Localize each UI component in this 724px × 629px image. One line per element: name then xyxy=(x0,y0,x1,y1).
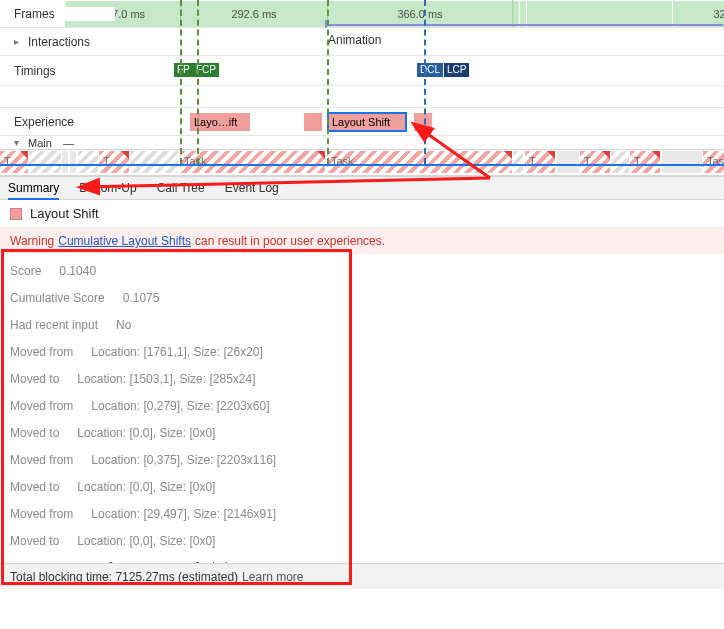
track-timings[interactable]: Timings FP FCP DCL LCP xyxy=(0,56,724,86)
long-task-icon xyxy=(602,151,610,159)
layout-shift-block-small[interactable] xyxy=(304,113,322,131)
detail-value: No xyxy=(116,318,131,332)
detail-label: Moved from xyxy=(10,345,73,359)
detail-row: Moved toLocation: [0,0], Size: [0x0] xyxy=(10,426,714,440)
timeline-panel[interactable]: Frames 467.0 ms 292.6 ms 366.0 ms 328.4 xyxy=(0,0,724,176)
task-block[interactable] xyxy=(29,151,61,173)
track-label-main: ▾Main — xyxy=(0,137,115,149)
frame-tick xyxy=(544,4,549,14)
frame-tick xyxy=(587,4,592,14)
panel-top-border xyxy=(0,164,724,166)
warning-row: Warning Cumulative Layout Shifts can res… xyxy=(0,228,724,254)
track-experience[interactable]: Experience Layo…ift Layout Shift xyxy=(0,108,724,136)
warning-rest: can result in poor user experiences. xyxy=(195,234,385,248)
detail-row: Moved fromLocation: [0,375], Size: [2203… xyxy=(10,453,714,467)
task-block[interactable]: T… xyxy=(630,151,660,173)
task-block[interactable] xyxy=(513,151,523,173)
detail-label: Moved from xyxy=(10,399,73,413)
tab-event-log[interactable]: Event Log xyxy=(225,177,279,199)
task-block[interactable] xyxy=(78,151,98,173)
badge-lcp[interactable]: LCP xyxy=(444,63,469,77)
long-task-icon xyxy=(504,151,512,159)
detail-value: Location: [1503,1], Size: [285x24] xyxy=(77,372,255,386)
task-block[interactable]: T… xyxy=(525,151,555,173)
detail-label: Score xyxy=(10,264,41,278)
footer-learn-more-link[interactable]: Learn more xyxy=(242,570,303,584)
task-block[interactable]: Task xyxy=(327,151,512,173)
main-text: Main xyxy=(28,137,52,149)
task-block[interactable] xyxy=(557,151,579,173)
detail-value: Location: [0,0], Size: [0x0] xyxy=(77,480,215,494)
track-main-tasks[interactable]: T… T… Task Task T… T… T… Task xyxy=(0,150,724,176)
track-spacer xyxy=(0,86,724,108)
task-block[interactable]: Task xyxy=(180,151,325,173)
detail-value: 0.1040 xyxy=(59,264,96,278)
detail-value: Location: [0,0], Size: [0x0] xyxy=(77,426,215,440)
detail-value: Location: [1761,1], Size: [26x20] xyxy=(91,345,262,359)
badge-fcp[interactable]: FCP xyxy=(193,63,219,77)
tab-call-tree[interactable]: Call Tree xyxy=(157,177,205,199)
detail-value: Location: [0,279], Size: [2203x60] xyxy=(91,399,269,413)
detail-row: Moved toLocation: [0,0], Size: [0x0] xyxy=(10,480,714,494)
detail-row: Moved toLocation: [1503,1], Size: [285x2… xyxy=(10,372,714,386)
detail-row: Moved toLocation: [0,0], Size: [0x0] xyxy=(10,534,714,548)
frame-tick xyxy=(595,4,600,14)
event-header: Layout Shift xyxy=(0,200,724,228)
task-block[interactable] xyxy=(662,151,702,173)
badge-fp[interactable]: FP xyxy=(174,63,193,77)
chevron-down-icon[interactable]: ▾ xyxy=(14,137,24,148)
detail-label: Had recent input xyxy=(10,318,98,332)
long-task-icon xyxy=(20,151,28,159)
long-task-icon xyxy=(652,151,660,159)
detail-label: Moved to xyxy=(10,480,59,494)
frame-tick xyxy=(641,4,663,14)
detail-row: Score0.1040 xyxy=(10,264,714,278)
layout-shift-block-trail[interactable] xyxy=(414,113,432,131)
layout-shift-block-1[interactable]: Layo…ift xyxy=(190,113,250,131)
task-block[interactable] xyxy=(130,151,178,173)
interaction-span[interactable] xyxy=(325,24,723,26)
detail-label: Moved to xyxy=(10,372,59,386)
track-label-experience: Experience xyxy=(0,115,115,129)
detail-label: Moved to xyxy=(10,426,59,440)
footer-text: Total blocking time: 7125.27ms (estimate… xyxy=(10,570,238,584)
footer-status: Total blocking time: 7125.27ms (estimate… xyxy=(0,563,724,589)
task-block[interactable]: Task xyxy=(703,151,724,173)
warning-link[interactable]: Cumulative Layout Shifts xyxy=(58,234,191,248)
detail-label: Moved to xyxy=(10,534,59,548)
frame-block-2[interactable]: 292.6 ms xyxy=(181,1,327,27)
task-block[interactable] xyxy=(611,151,629,173)
frame-tick xyxy=(528,4,533,14)
task-block[interactable]: T… xyxy=(580,151,610,173)
event-color-swatch xyxy=(10,208,22,220)
badge-dcl[interactable]: DCL xyxy=(417,63,443,77)
task-block[interactable] xyxy=(70,151,76,173)
track-main-header[interactable]: ▾Main — xyxy=(0,136,724,150)
frame-tick xyxy=(560,4,565,14)
chevron-right-icon[interactable]: ▸ xyxy=(14,36,24,47)
detail-value: Location: [29,497], Size: [2146x91] xyxy=(91,507,276,521)
event-title: Layout Shift xyxy=(30,206,99,221)
task-block[interactable]: T… xyxy=(0,151,28,173)
tab-summary[interactable]: Summary xyxy=(8,177,59,199)
warning-prefix: Warning xyxy=(10,234,54,248)
animation-label[interactable]: Animation xyxy=(328,33,381,47)
frame-tick xyxy=(552,4,557,14)
frame-tick xyxy=(615,4,637,14)
long-task-icon xyxy=(121,151,129,159)
detail-row: Moved fromLocation: [0,279], Size: [2203… xyxy=(10,399,714,413)
track-interactions[interactable]: ▸Interactions Animation xyxy=(0,28,724,56)
task-block[interactable]: T… xyxy=(99,151,129,173)
frame-tick xyxy=(603,4,608,14)
detail-label: Moved from xyxy=(10,507,73,521)
frame-tick xyxy=(536,4,541,14)
track-label-timings: Timings xyxy=(0,64,115,78)
track-label-frames: Frames xyxy=(0,7,115,21)
details-tabs: Summary Bottom-Up Call Tree Event Log xyxy=(0,176,724,200)
detail-row: Had recent inputNo xyxy=(10,318,714,332)
track-label-interactions: ▸Interactions xyxy=(0,35,115,49)
tab-bottom-up[interactable]: Bottom-Up xyxy=(79,177,136,199)
detail-row: Moved fromLocation: [1761,1], Size: [26x… xyxy=(10,345,714,359)
layout-shift-block-selected[interactable]: Layout Shift xyxy=(328,113,406,131)
task-block[interactable] xyxy=(62,151,68,173)
